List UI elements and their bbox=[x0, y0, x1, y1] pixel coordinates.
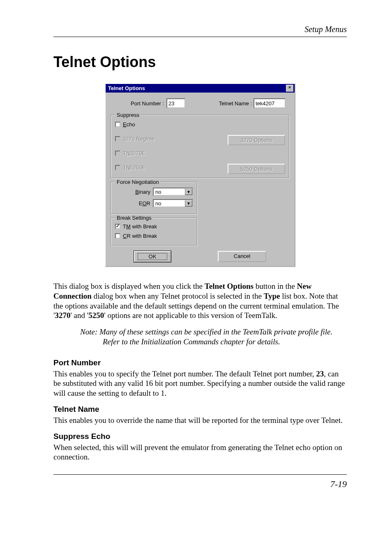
telnet-options-dialog: Telnet Options × Port Number : Telnet Na… bbox=[105, 83, 295, 267]
regime-3270-checkbox bbox=[115, 136, 120, 142]
page-title: Telnet Options bbox=[53, 53, 347, 71]
dialog-titlebar: Telnet Options × bbox=[106, 84, 295, 93]
note-paragraph: Note: Many of these settings can be spec… bbox=[53, 327, 347, 347]
tn5250e-label: TN5250E bbox=[123, 165, 145, 171]
suppress-legend: Suppress bbox=[115, 112, 141, 118]
tn5250e-checkbox bbox=[115, 165, 120, 170]
section-telnet-name: Telnet Name bbox=[53, 405, 347, 414]
suppress-group: Suppress Echo 3270 Regime 3270 Options bbox=[111, 115, 290, 179]
ok-label: OK bbox=[138, 253, 168, 260]
cancel-button[interactable]: Cancel bbox=[218, 251, 266, 262]
intro-paragraph: This dialog box is displayed when you cl… bbox=[53, 281, 347, 320]
chevron-down-icon[interactable]: ▼ bbox=[185, 200, 192, 207]
options-3270-button: 3270 Options bbox=[228, 135, 285, 145]
tm-break-checkbox[interactable] bbox=[115, 224, 120, 229]
section-suppress-echo-text: When selected, this will will prevent th… bbox=[53, 443, 347, 462]
section-suppress-echo: Suppress Echo bbox=[53, 432, 347, 441]
tm-break-label: TM with Break bbox=[123, 223, 157, 230]
page-header: Setup Menus bbox=[53, 25, 347, 37]
port-number-label: Port Number : bbox=[111, 100, 166, 107]
port-number-input[interactable] bbox=[166, 98, 185, 108]
eor-value: no bbox=[154, 200, 185, 207]
section-telnet-name-text: This enables you to override the name th… bbox=[53, 415, 347, 425]
tn3270e-label: TN3270E bbox=[123, 150, 145, 156]
tn3270e-checkbox bbox=[115, 151, 120, 156]
ok-button[interactable]: OK bbox=[134, 251, 171, 262]
force-negotiation-group: Force Negotiation Binary no ▼ EOR no ▼ bbox=[111, 182, 198, 214]
page-number: 7-19 bbox=[53, 474, 347, 490]
echo-label: Echo bbox=[123, 121, 135, 128]
cr-break-label: CR with Break bbox=[123, 233, 157, 239]
binary-select[interactable]: no ▼ bbox=[153, 188, 193, 196]
chevron-down-icon[interactable]: ▼ bbox=[185, 188, 192, 195]
section-port-number: Port Number bbox=[53, 358, 347, 367]
binary-value: no bbox=[154, 188, 185, 195]
telnet-name-label: Telnet Name : bbox=[219, 100, 254, 107]
eor-select[interactable]: no ▼ bbox=[153, 199, 193, 207]
break-settings-group: Break Settings TM with Break CR with Bre… bbox=[111, 218, 198, 246]
eor-label: EOR bbox=[115, 200, 153, 207]
telnet-name-input[interactable] bbox=[254, 98, 286, 108]
echo-checkbox[interactable] bbox=[115, 122, 120, 127]
close-icon[interactable]: × bbox=[286, 85, 293, 92]
force-legend: Force Negotiation bbox=[115, 179, 161, 185]
break-legend: Break Settings bbox=[115, 215, 153, 221]
dialog-title: Telnet Options bbox=[108, 85, 145, 91]
regime-3270-label: 3270 Regime bbox=[123, 136, 154, 142]
section-port-number-text: This enables you to specify the Telnet p… bbox=[53, 369, 347, 398]
binary-label: Binary bbox=[115, 189, 153, 195]
cr-break-checkbox[interactable] bbox=[115, 233, 120, 239]
options-5250-button: 5250 Options bbox=[228, 164, 285, 174]
